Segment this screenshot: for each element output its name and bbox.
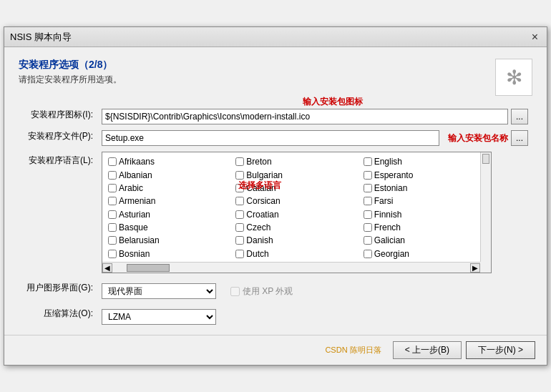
language-checkbox[interactable] [235,236,244,245]
language-checkbox[interactable] [364,171,372,180]
lang-field-cell: 选择多语言 AfrikaansBretonEnglishAlbanianBulg… [97,149,532,276]
language-checkbox[interactable] [108,184,117,192]
language-item: Armenian [105,195,233,207]
language-name: French [374,222,401,232]
compress-select-wrap: LZMA zlib bzip2 [102,309,528,325]
language-name: Bulgarian [246,170,283,180]
scroll-thumb[interactable] [127,264,170,272]
language-checkbox[interactable] [108,223,117,232]
language-checkbox[interactable] [235,157,244,166]
language-item: Belarusian [105,234,233,247]
language-checkbox[interactable] [108,157,117,166]
language-name: Dutch [246,249,268,259]
ui-select[interactable]: 现代界面 经典界面 [102,283,216,299]
language-checkbox[interactable] [108,236,117,245]
language-checkbox[interactable] [108,171,117,180]
language-item: Bulgarian [233,168,360,181]
language-checkbox[interactable] [364,250,372,258]
compress-field-cell: LZMA zlib bzip2 [97,302,532,328]
language-item: Asturian [105,208,233,221]
file-label: 安装程序文件(P): [19,127,97,149]
language-item: Breton [233,155,360,168]
language-name: Georgian [374,249,409,259]
language-checkbox[interactable] [108,250,117,258]
language-name: Catalan [246,183,276,193]
compress-label: 压缩算法(O): [19,302,97,328]
file-input[interactable] [102,130,439,146]
language-checkbox[interactable] [235,250,244,258]
language-item: Czech [233,221,360,234]
language-item: Corsican [233,195,360,207]
next-button[interactable]: 下一步(N) > [466,341,535,359]
xp-checkbox-wrap: 使用 XP 外观 [230,285,293,298]
file-browse-button[interactable]: ... [511,130,528,146]
language-checkbox[interactable] [235,210,244,219]
language-item: Bosnian [105,248,233,260]
language-name: Czech [246,222,270,232]
icon-input-row: ... [102,109,528,124]
language-checkbox[interactable] [235,223,244,232]
main-window: NSIS 脚本向导 × 安装程序选项（2/8） 请指定安装程序所用选项。 ✻ 安… [4,26,547,366]
language-name: Galician [374,235,405,245]
compress-select[interactable]: LZMA zlib bzip2 [102,309,216,325]
vertical-scrollbar[interactable] [480,152,491,262]
ui-label: 用户图形界面(G): [19,276,97,302]
wizard-icon: ✻ [495,59,532,96]
language-name: Arabic [119,183,143,193]
language-name: Breton [246,157,271,167]
language-grid: AfrikaansBretonEnglishAlbanianBulgarianE… [102,152,491,263]
language-item: Georgian [361,248,488,260]
icon-browse-button[interactable]: ... [511,109,528,124]
language-item: Albanian [105,168,233,181]
language-checkbox[interactable] [364,236,372,245]
language-checkbox[interactable] [364,184,372,192]
language-item: Galician [361,234,488,247]
language-name: Finnish [374,210,402,220]
form-table: 安装程序图标(I): 输入安装包图标 ... 安装程序文件(P): [19,106,532,328]
language-item: Danish [233,234,360,247]
language-item: Esperanto [361,168,488,181]
language-checkbox[interactable] [235,184,244,192]
language-checkbox[interactable] [108,210,117,219]
back-button[interactable]: < 上一步(B) [393,341,462,359]
language-checkbox[interactable] [235,197,244,205]
language-name: Basque [119,222,148,232]
step-title: 安装程序选项（2/8） [19,59,122,72]
scroll-right-arrow[interactable]: ▶ [470,263,480,273]
language-item: Arabic [105,182,233,195]
icon-row: 安装程序图标(I): 输入安装包图标 ... [19,106,532,127]
lang-row: 安装程序语言(L): 选择多语言 AfrikaansBretonEnglishA… [19,149,532,276]
language-name: Armenian [119,196,155,206]
icon-field-cell: 输入安装包图标 ... [97,106,532,127]
titlebar: NSIS 脚本向导 × [4,27,547,47]
language-name: Farsi [374,196,394,206]
language-name: Asturian [119,210,150,220]
language-checkbox[interactable] [364,210,372,219]
language-item: Basque [105,221,233,234]
compress-row: 压缩算法(O): LZMA zlib bzip2 [19,302,532,328]
language-name: Afrikaans [119,157,155,167]
icon-annotation: 输入安装包图标 [303,96,363,108]
language-checkbox[interactable] [235,171,244,180]
scroll-left-arrow[interactable]: ◀ [102,263,112,273]
language-checkbox[interactable] [364,157,372,166]
ui-select-wrap: 现代界面 经典界面 使用 XP 外观 [102,283,528,299]
language-name: Corsican [246,196,280,206]
language-item: Farsi [361,195,488,207]
horizontal-scrollbar[interactable]: ◀ ▶ [102,262,480,273]
language-item: Croatian [233,208,360,221]
language-item: Catalan [233,182,360,195]
icon-input[interactable] [102,109,508,124]
language-item: Dutch [233,248,360,260]
language-name: Danish [246,235,273,245]
xp-checkbox[interactable] [230,287,240,296]
header-text: 安装程序选项（2/8） 请指定安装程序所用选项。 [19,59,122,86]
language-checkbox[interactable] [108,197,117,205]
language-name: Estonian [374,183,408,193]
close-button[interactable]: × [529,31,541,44]
language-item: French [361,221,488,234]
language-checkbox[interactable] [364,223,372,232]
file-field-cell: 输入安装包名称 ... [97,127,532,149]
language-checkbox[interactable] [364,197,372,205]
ui-row: 用户图形界面(G): 现代界面 经典界面 使用 XP 外观 [19,276,532,302]
